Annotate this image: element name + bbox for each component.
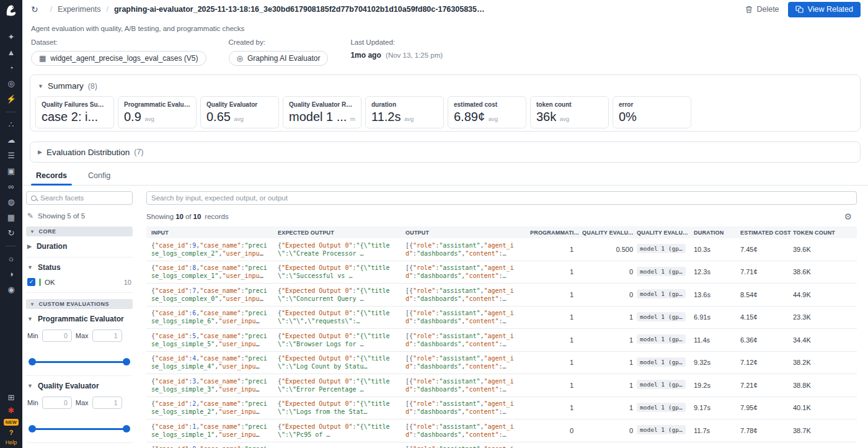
breadcrumb-root-icon[interactable]: ↻ [31,4,38,14]
table-row[interactable]: {"case_id":2,"case_name":"precise_logs_s… [146,397,857,420]
windows-icon[interactable]: ▣ [5,166,17,176]
quality-max-input[interactable] [92,396,122,409]
facet-section-custom-evaluations[interactable]: ▼ CUSTOM EVALUATIONS [26,299,133,309]
dataset-pill[interactable]: ▦ widget_agent_precise_logs_eval_cases (… [31,51,206,66]
breadcrumb-experiments-link[interactable]: Experiments [58,5,100,14]
summary-card[interactable]: Quality Failures Summarycase 2: i... [35,96,114,128]
column-header-quality-reasoning[interactable]: QUALITY EVALU... [637,230,694,236]
plugin-icon[interactable]: ⊞ [5,393,17,403]
status-ok-count: 10 [124,279,131,286]
summary-card[interactable]: Programmatic Evaluator0.9 avg [118,96,197,128]
column-header-programmatic[interactable]: PROGRAMMATI... [530,230,582,236]
records-search-input[interactable] [151,194,852,202]
page-title: graphing-ai-evaluator_2025-11-13-18:16_3… [114,5,486,14]
slider-handle-min[interactable] [29,358,36,365]
table-row[interactable]: {"case_id":9,"case_name":"precise_logs_c… [146,238,857,261]
facet-showing-label: Showing 5 of 5 [38,212,85,220]
summary-card[interactable]: Quality Evaluator0.65 avg [200,96,279,128]
bolt-icon[interactable]: ⚡ [5,94,17,104]
column-header-duration[interactable]: DURATION [694,230,740,236]
gauge-icon[interactable]: ◑ [5,269,17,279]
chevron-down-icon: ▼ [30,302,35,307]
facet-showing-row[interactable]: ✎ Showing 5 of 5 [27,212,133,220]
cell-estimated-cost: 7.21¢ [740,382,793,389]
table-row[interactable]: {"case_id":0,"case_name":"precise_logs_s… [146,442,857,448]
certificate-icon[interactable]: ◍ [5,197,17,207]
table-search-icon[interactable]: ▦ [5,213,17,223]
table-row[interactable]: {"case_id":8,"case_name":"precise_logs_c… [146,261,857,284]
column-header-quality[interactable]: QUALITY EVALU... [582,230,637,236]
programmatic-facet-toggle[interactable]: ▼ Programmatic Evaluator [27,315,131,323]
column-header-expected-output[interactable]: EXPECTED OUTPUT [278,230,405,236]
help-label[interactable]: Help [6,439,17,446]
duration-facet-toggle[interactable]: ▶ Duration [27,242,131,251]
reasoning-pill: model 1 (gp… [637,267,686,276]
trash-icon [745,6,753,14]
column-header-input[interactable]: INPUT [146,230,278,236]
debug-gear-icon[interactable]: ☼ [5,254,17,264]
evaluation-distribution-count: (7) [134,148,143,156]
bug-report-icon[interactable]: ✱ [5,406,17,416]
column-header-output[interactable]: OUTPUT [405,230,530,236]
programmatic-range-slider[interactable] [29,358,130,365]
chart-icon[interactable]: ▲ [5,48,17,58]
quality-min-input[interactable] [42,396,72,409]
delete-button[interactable]: Delete [745,5,779,14]
facet-section-core[interactable]: ▼ CORE [26,226,133,236]
summary-card[interactable]: duration11.2s avg [365,96,444,128]
summary-card-label: estimated cost [454,101,520,108]
cell-estimated-cost: 7.78¢ [740,427,793,434]
table-row[interactable]: {"case_id":4,"case_name":"precise_logs_s… [146,352,857,375]
summary-card[interactable]: token count36k avg [530,96,609,128]
column-header-token-count[interactable]: TOKEN COUNT [793,230,857,236]
column-header-estimated-cost[interactable]: ESTIMATED COST [740,230,793,236]
facet-panel: ✎ Showing 5 of 5 ▼ CORE ▶ Duration ▼ Sta… [26,191,133,448]
tab-config[interactable]: Config [82,168,117,185]
cloud-icon[interactable]: ☁ [5,135,17,145]
view-related-button[interactable]: View Related [788,2,861,17]
summary-card[interactable]: estimated cost6.89¢ avg [448,96,526,128]
quality-facet-toggle[interactable]: ▼ Quality Evaluator [27,382,131,390]
quality-range-slider[interactable] [29,425,130,432]
checkbox-checked-icon[interactable]: ✓ [27,278,35,286]
summary-section-header[interactable]: ▼ Summary (8) [35,81,855,91]
help-question-icon[interactable]: ? [9,429,14,436]
status-facet-toggle[interactable]: ▼ Status [27,263,131,272]
scan-settings-icon[interactable]: ◉ [5,285,17,295]
created-by-pill[interactable]: ◎ Graphing AI Evaluator [229,51,329,66]
status-option-ok[interactable]: ✓ OK 10 [27,278,131,286]
reasoning-pill: model 1 (gp… [637,289,686,298]
cell-output: [{"role":"assistant","agent_id":"dashboa… [405,332,530,348]
cluster-icon[interactable]: ∴ [5,120,17,130]
facet-group-status: ▼ Status ✓ OK 10 [26,258,133,293]
timer-icon[interactable]: ◔ [5,63,17,73]
facet-search-input[interactable] [40,194,128,202]
link-icon[interactable]: ∞ [5,182,17,192]
slider-handle-max[interactable] [123,425,130,432]
table-row[interactable]: {"case_id":3,"case_name":"precise_logs_s… [146,374,857,397]
table-row[interactable]: {"case_id":6,"case_name":"precise_logs_s… [146,307,857,329]
table-row[interactable]: {"case_id":7,"case_name":"precise_logs_c… [146,284,857,307]
table-row[interactable]: {"case_id":5,"case_name":"precise_logs_s… [146,329,857,352]
evaluation-distribution-header[interactable]: ▶ Evaluation Distribution (7) [35,148,144,157]
cell-quality-reasoning: model 1 (gp… [637,312,694,323]
programmatic-max-input[interactable] [92,329,122,342]
history-icon[interactable]: ↻ [5,228,17,238]
delete-label: Delete [756,5,779,14]
sparkle-icon[interactable]: ✦ [5,32,17,42]
table-settings-gear-icon[interactable]: ⚙ [844,212,852,222]
filter-lines-icon[interactable]: ☰ [5,151,17,161]
slider-handle-max[interactable] [123,358,130,365]
view-related-icon [795,6,804,13]
sidebar-divider [6,246,17,246]
app-logo[interactable] [0,0,22,21]
summary-card[interactable]: Quality Evaluator Reaso...model 1 ... mo… [283,96,361,128]
programmatic-min-input[interactable] [42,329,72,342]
slider-handle-min[interactable] [29,425,36,432]
summary-card[interactable]: error0% [613,96,691,128]
radar-icon[interactable]: ◎ [5,79,17,89]
cell-estimated-cost: 7.45¢ [740,246,793,253]
cell-output: [{"role":"assistant","agent_id":"dashboa… [405,377,530,393]
table-row[interactable]: {"case_id":1,"case_name":"precise_logs_s… [146,419,857,442]
tab-records[interactable]: Records [30,168,73,185]
